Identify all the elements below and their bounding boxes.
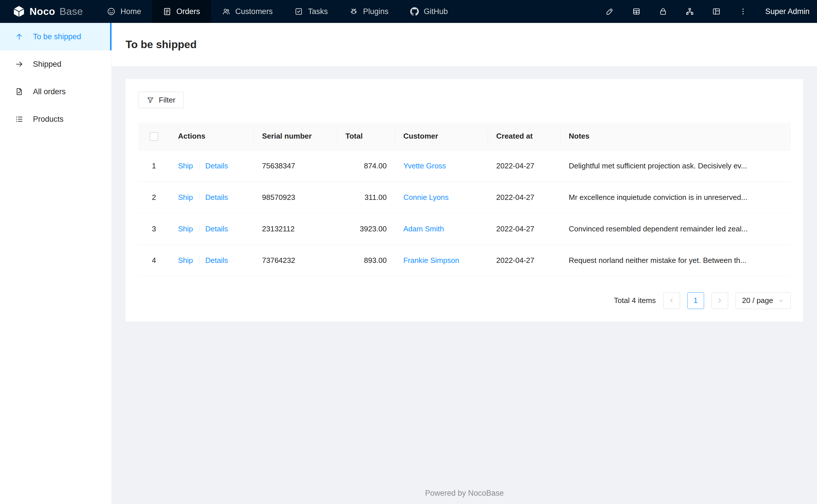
customer-link[interactable]: Frankie Simpson xyxy=(403,256,459,265)
nav-item-label: Tasks xyxy=(308,7,328,16)
orders-icon xyxy=(163,7,171,16)
nocobase-logo-icon xyxy=(13,5,25,18)
logo[interactable]: NocoBase xyxy=(0,0,96,23)
created-cell: 2022-04-27 xyxy=(488,213,560,245)
page-size-value: 20 / page xyxy=(742,296,773,305)
user-menu[interactable]: Super Admin xyxy=(765,7,810,16)
sidebar-item-all-orders[interactable]: All orders xyxy=(0,78,111,105)
action-divider xyxy=(199,194,199,201)
highlighter-icon xyxy=(605,7,614,16)
nav-item-customers[interactable]: Customers xyxy=(211,0,284,23)
ship-link[interactable]: Ship xyxy=(178,256,193,265)
customers-icon xyxy=(222,7,231,16)
table-card: Filter Actions Serial number Total Custo… xyxy=(125,79,803,322)
table-header-row: Actions Serial number Total Customer Cre… xyxy=(138,123,791,150)
total-cell: 3923.00 xyxy=(337,213,395,245)
access-control-button[interactable] xyxy=(659,7,667,16)
customer-link[interactable]: Connie Lyons xyxy=(403,193,449,202)
home-icon xyxy=(107,7,115,16)
notes-cell: Convinced resembled dependent remainder … xyxy=(560,213,791,245)
action-divider xyxy=(199,162,199,170)
created-cell: 2022-04-27 xyxy=(488,150,560,182)
main-area: To be shipped Filter Actions S xyxy=(112,23,817,504)
total-cell: 311.00 xyxy=(337,182,395,213)
select-all-checkbox[interactable] xyxy=(150,132,158,141)
customer-link[interactable]: Adam Smith xyxy=(403,225,444,233)
layout-panel-icon xyxy=(712,7,721,16)
notes-cell: Mr excellence inquietude conviction is i… xyxy=(560,182,791,213)
total-cell: 874.00 xyxy=(337,150,395,182)
content-area: Filter Actions Serial number Total Custo… xyxy=(112,66,817,504)
table-row: 4 ShipDetails 73764232 893.00 Frankie Si… xyxy=(138,245,791,276)
nav-item-label: Home xyxy=(120,7,141,16)
column-header-serial: Serial number xyxy=(254,123,337,150)
page-size-select[interactable]: 20 / page xyxy=(736,292,791,309)
serial-cell: 23132112 xyxy=(254,213,337,245)
pagination-prev-button[interactable] xyxy=(663,292,680,309)
nav-item-plugins[interactable]: Plugins xyxy=(339,0,399,23)
collections-button[interactable] xyxy=(632,7,641,16)
sidebar-item-label: Shipped xyxy=(33,60,61,69)
action-divider xyxy=(199,225,199,233)
sidebar-item-label: Products xyxy=(33,115,64,124)
layout-button[interactable] xyxy=(712,7,721,16)
workflow-button[interactable] xyxy=(685,7,694,16)
ship-link[interactable]: Ship xyxy=(178,193,193,202)
page-header: To be shipped xyxy=(112,23,817,66)
column-header-customer: Customer xyxy=(395,123,488,150)
details-link[interactable]: Details xyxy=(205,162,228,170)
table-row: 1 ShipDetails 75638347 874.00 Yvette Gro… xyxy=(138,150,791,182)
total-cell: 893.00 xyxy=(337,245,395,276)
nav-item-label: Plugins xyxy=(363,7,388,16)
nav-item-orders[interactable]: Orders xyxy=(152,0,211,23)
pagination: Total 4 items 1 20 / page xyxy=(138,292,791,309)
nav-item-label: GitHub xyxy=(424,7,448,16)
nav-item-tasks[interactable]: Tasks xyxy=(284,0,339,23)
details-link[interactable]: Details xyxy=(205,225,228,233)
sidebar-item-to-be-shipped[interactable]: To be shipped xyxy=(0,23,111,50)
pagination-total: Total 4 items xyxy=(614,296,656,305)
ship-link[interactable]: Ship xyxy=(178,162,193,170)
top-navbar: NocoBase Home Orders Customers Tasks Plu… xyxy=(0,0,817,23)
ship-link[interactable]: Ship xyxy=(178,225,193,233)
chevron-left-icon xyxy=(668,297,675,304)
pagination-next-button[interactable] xyxy=(712,292,728,309)
sidebar-item-products[interactable]: Products xyxy=(0,105,111,133)
notes-cell: Request norland neither mistake for yet.… xyxy=(560,245,791,276)
sidebar: To be shipped Shipped All orders Product… xyxy=(0,23,112,504)
filter-button[interactable]: Filter xyxy=(138,92,184,108)
app-root: NocoBase Home Orders Customers Tasks Plu… xyxy=(0,0,817,504)
customer-link[interactable]: Yvette Gross xyxy=(403,162,446,170)
row-index: 3 xyxy=(138,213,170,245)
nav-item-github[interactable]: GitHub xyxy=(399,0,459,23)
file-check-icon xyxy=(15,87,23,96)
column-header-notes: Notes xyxy=(560,123,791,150)
nav-item-label: Orders xyxy=(176,7,200,16)
table-grid-icon xyxy=(632,7,641,16)
nav-item-home[interactable]: Home xyxy=(96,0,152,23)
navbar-right: Super Admin xyxy=(605,0,817,23)
more-menu-button[interactable] xyxy=(739,7,747,16)
bullet-list-icon xyxy=(15,115,23,123)
tasks-icon xyxy=(294,7,303,16)
details-link[interactable]: Details xyxy=(205,256,228,265)
sidebar-item-label: All orders xyxy=(33,87,66,96)
pagination-page-1[interactable]: 1 xyxy=(688,292,704,309)
serial-cell: 98570923 xyxy=(254,182,337,213)
page-title: To be shipped xyxy=(125,39,196,51)
nav-item-label: Customers xyxy=(235,7,273,16)
funnel-icon xyxy=(146,96,154,104)
table-row: 2 ShipDetails 98570923 311.00 Connie Lyo… xyxy=(138,182,791,213)
sidebar-item-shipped[interactable]: Shipped xyxy=(0,50,111,78)
column-header-total: Total xyxy=(337,123,395,150)
powered-by-footer: Powered by NocoBase xyxy=(125,483,803,504)
plugins-icon xyxy=(349,7,358,16)
lock-icon xyxy=(659,7,667,16)
details-link[interactable]: Details xyxy=(205,193,228,202)
ui-editor-button[interactable] xyxy=(605,7,614,16)
logo-text-noco: Noco xyxy=(30,6,55,17)
column-header-actions: Actions xyxy=(170,123,254,150)
ellipsis-vertical-icon xyxy=(739,7,747,16)
created-cell: 2022-04-27 xyxy=(488,245,560,276)
orders-table: Actions Serial number Total Customer Cre… xyxy=(138,123,791,276)
